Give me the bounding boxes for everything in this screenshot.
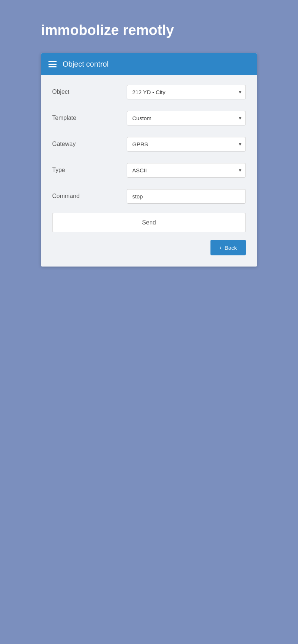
template-label: Template (52, 115, 127, 121)
card-body: Object 212 YD - City 213 YD - Town 214 Y… (41, 75, 257, 267)
command-label: Command (52, 193, 127, 200)
object-select[interactable]: 212 YD - City 213 YD - Town 214 YD - Vil… (127, 85, 246, 99)
object-select-wrapper: 212 YD - City 213 YD - Town 214 YD - Vil… (127, 85, 246, 99)
back-button-label: Back (225, 245, 237, 251)
gateway-label: Gateway (52, 141, 127, 147)
command-input[interactable] (127, 189, 246, 204)
object-row: Object 212 YD - City 213 YD - Town 214 Y… (52, 83, 246, 101)
type-select[interactable]: ASCII HEX Binary (127, 163, 246, 178)
object-control-card: Object control Object 212 YD - City 213 … (41, 53, 257, 267)
menu-icon[interactable] (48, 61, 57, 67)
chevron-left-icon: ‹ (219, 244, 221, 251)
type-select-wrapper: ASCII HEX Binary (127, 163, 246, 178)
back-button[interactable]: ‹ Back (210, 240, 246, 255)
send-button[interactable]: Send (52, 213, 246, 232)
gateway-row: Gateway GPRS SMS WiFi (52, 135, 246, 153)
template-row: Template Custom Standard Advanced (52, 109, 246, 127)
template-select[interactable]: Custom Standard Advanced (127, 111, 246, 125)
card-header: Object control (41, 53, 257, 75)
button-row: ‹ Back (52, 240, 246, 255)
type-row: Type ASCII HEX Binary (52, 161, 246, 179)
template-select-wrapper: Custom Standard Advanced (127, 111, 246, 125)
gateway-select-wrapper: GPRS SMS WiFi (127, 137, 246, 152)
gateway-select[interactable]: GPRS SMS WiFi (127, 137, 246, 152)
card-header-title: Object control (63, 60, 108, 68)
page-title: immobolize remotly (41, 22, 257, 38)
type-label: Type (52, 167, 127, 173)
command-row: Command (52, 187, 246, 205)
object-label: Object (52, 89, 127, 95)
